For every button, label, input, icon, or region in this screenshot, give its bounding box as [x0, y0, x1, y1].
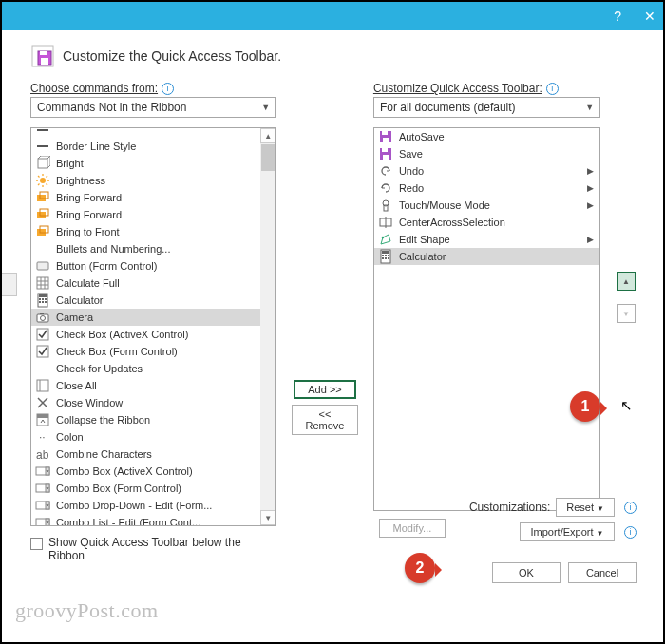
chevron-down-icon: ▼	[585, 103, 594, 112]
list-item-label: Check Box (Form Control)	[56, 346, 256, 357]
scroll-up-icon[interactable]: ▲	[260, 128, 276, 143]
qat-listbox[interactable]: AutoSaveSaveUndo▶Redo▶Touch/Mouse Mode▶C…	[373, 127, 600, 511]
list-item-label: Combo Box (ActiveX Control)	[56, 465, 256, 477]
list-item-label: Check Box (ActiveX Control)	[56, 329, 256, 340]
submenu-indicator-icon: ▶	[586, 166, 596, 176]
qat-icon	[30, 44, 55, 68]
commands-item[interactable]: Button (Form Control)	[31, 257, 276, 275]
list-item-label: Button (Form Control)	[56, 260, 256, 272]
redo-icon	[378, 180, 393, 196]
list-item-label: Combo List - Edit (Form Cont...	[56, 517, 256, 526]
commands-item[interactable]: Bullets and Numbering...	[31, 240, 276, 257]
list-item-label: Bring Forward	[56, 209, 256, 220]
modify-button: Modify...	[379, 519, 446, 538]
commands-item[interactable]: Calculator	[31, 292, 276, 309]
scroll-down-icon[interactable]: ▼	[260, 510, 276, 525]
list-item-label: Bring to Front	[56, 226, 256, 237]
list-item-label: Undo	[399, 165, 580, 177]
commands-item[interactable]: Combo List - Edit (Form Cont...	[31, 514, 276, 526]
show-below-ribbon-label: Show Quick Access Toolbar below the Ribb…	[48, 536, 257, 562]
commands-item[interactable]: Bring Forward	[31, 189, 276, 206]
help-button[interactable]: ?	[614, 9, 621, 24]
check-icon	[35, 344, 50, 359]
line-icon	[35, 128, 50, 138]
move-up-button[interactable]: ▲	[617, 272, 636, 291]
commands-item[interactable]: Combo Box (ActiveX Control)	[31, 463, 276, 480]
commands-item[interactable]: Close All	[31, 377, 276, 394]
check-icon	[35, 327, 50, 342]
list-item-label: Combo Box (Form Control)	[56, 483, 256, 494]
list-item-label: Calculate Full	[56, 277, 256, 289]
qat-item[interactable]: Undo▶	[374, 162, 599, 180]
ok-button[interactable]: OK	[492, 562, 560, 583]
list-item-label: Bullets and Numbering...	[56, 243, 256, 255]
import-export-button[interactable]: Import/Export ▼	[520, 522, 615, 541]
commands-item[interactable]: Border Line Style▶	[31, 138, 276, 155]
qat-item[interactable]: Touch/Mouse Mode▶	[374, 197, 599, 214]
list-item-label: Calculator	[399, 251, 580, 262]
commands-item[interactable]: Bring Forward|▶	[31, 206, 276, 223]
combine-icon	[35, 446, 50, 462]
line-icon	[35, 139, 50, 154]
combo-icon	[35, 498, 50, 513]
commands-item[interactable]: Bring to Front	[31, 223, 276, 240]
info-icon[interactable]: i	[162, 83, 174, 95]
scrollbar[interactable]: ▲ ▼	[260, 128, 276, 525]
move-down-button[interactable]: ▼	[617, 304, 636, 323]
combo-icon	[35, 481, 50, 496]
commands-item[interactable]: Check for Updates	[31, 360, 276, 377]
center-icon	[378, 215, 393, 230]
commands-item[interactable]: Colon	[31, 428, 276, 445]
layers-orange-icon	[35, 207, 50, 222]
list-item-label: Colon	[56, 431, 256, 443]
commands-listbox[interactable]: Border Line Style▶BrightBrightness▶Bring…	[30, 127, 276, 526]
commands-item[interactable]: Bright	[31, 155, 276, 172]
combo-icon	[35, 464, 50, 479]
submenu-indicator-icon: ▶	[586, 183, 596, 193]
commands-item[interactable]: Combo Drop-Down - Edit (Form...	[31, 497, 276, 514]
cancel-button[interactable]: Cancel	[568, 562, 636, 583]
commands-item[interactable]: Camera	[31, 309, 276, 326]
qat-item[interactable]: Save	[374, 145, 599, 162]
remove-button[interactable]: << Remove	[292, 405, 358, 435]
commands-item[interactable]: Combo Box (Form Control)	[31, 480, 276, 497]
show-below-ribbon-checkbox[interactable]	[30, 538, 43, 550]
commands-item[interactable]: Combine Characters	[31, 445, 276, 463]
calc-icon	[35, 293, 50, 308]
scrollbar-thumb[interactable]	[261, 144, 275, 171]
commands-item[interactable]: Check Box (Form Control)	[31, 343, 276, 360]
watermark: groovyPost.com	[15, 598, 159, 623]
commands-item[interactable]: Check Box (ActiveX Control)	[31, 326, 276, 343]
close-button[interactable]: ✕	[644, 9, 656, 24]
info-icon[interactable]: i	[624, 526, 636, 539]
list-item-label: Calculator	[56, 294, 256, 306]
info-icon[interactable]: i	[624, 502, 636, 514]
list-item-label: Bring Forward	[56, 192, 256, 203]
choose-commands-label: Choose commands from:i	[30, 82, 276, 95]
customize-qat-combo[interactable]: For all documents (default)▼	[373, 97, 600, 118]
qat-item[interactable]: Calculator	[374, 248, 599, 265]
button-icon	[35, 258, 50, 274]
none-icon	[35, 361, 50, 376]
choose-commands-combo[interactable]: Commands Not in the Ribbon▼	[30, 97, 276, 118]
list-item-label: Save	[399, 148, 580, 160]
add-button[interactable]: Add >>	[294, 380, 356, 399]
list-item-label: Close All	[56, 380, 256, 391]
commands-item[interactable]: Close Window	[31, 394, 276, 411]
cube-icon	[35, 156, 50, 171]
list-item-label: Check for Updates	[56, 363, 256, 374]
sheet-icon	[35, 275, 50, 291]
commands-item[interactable]: Collapse the Ribbon	[31, 411, 276, 428]
list-item-label: Brightness	[56, 175, 256, 186]
reset-button[interactable]: Reset ▼	[556, 498, 615, 517]
info-icon[interactable]: i	[546, 83, 559, 95]
customizations-label: Customizations:	[469, 501, 550, 514]
qat-item[interactable]: CenterAcrossSelection	[374, 214, 599, 231]
submenu-indicator-icon: ▶	[586, 235, 596, 244]
commands-item[interactable]: Brightness▶	[31, 172, 276, 189]
commands-item[interactable]	[31, 128, 276, 138]
qat-item[interactable]: Redo▶	[374, 180, 599, 197]
commands-item[interactable]: Calculate Full	[31, 275, 276, 292]
qat-item[interactable]: Edit Shape▶	[374, 231, 599, 248]
qat-item[interactable]: AutoSave	[374, 128, 599, 145]
